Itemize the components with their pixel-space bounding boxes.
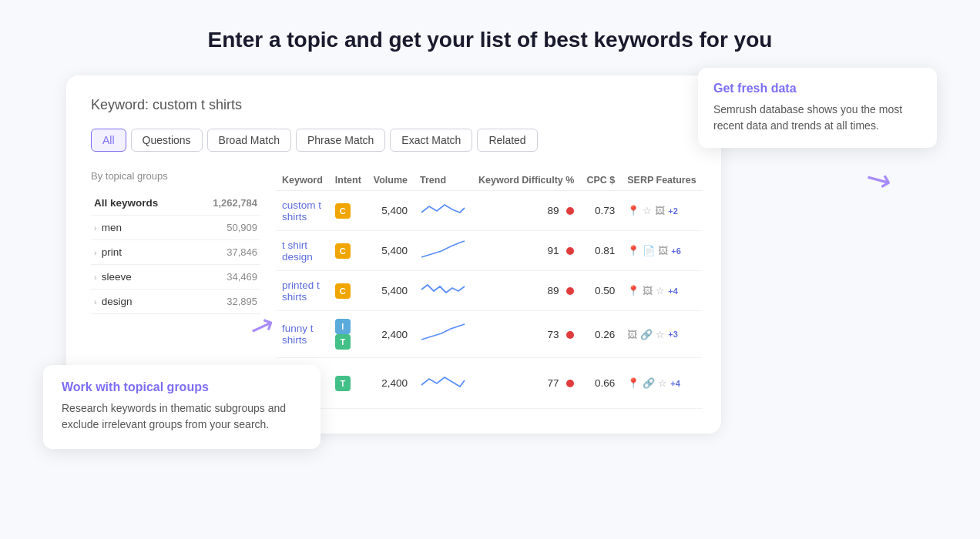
- col-keyword: Keyword: [276, 170, 329, 191]
- col-difficulty: Keyword Difficulty %: [472, 170, 580, 191]
- diff-cell: 73: [472, 311, 580, 358]
- badge-c: C: [335, 203, 351, 219]
- trend-cell: [414, 311, 472, 358]
- tab-exact-match[interactable]: Exact Match: [390, 129, 472, 152]
- sidebar-men-count: 50,909: [227, 222, 257, 233]
- badge-t: T: [335, 376, 351, 391]
- page-title: Enter a topic and get your list of best …: [0, 0, 980, 75]
- image-icon: 🖼: [655, 205, 665, 216]
- difficulty-dot: [566, 331, 574, 339]
- intent-cell: C: [329, 191, 368, 231]
- link-icon: 🔗: [640, 329, 653, 340]
- intent-cell: C: [329, 271, 368, 311]
- trend-chart-icon: [420, 199, 466, 220]
- sidebar-item-design[interactable]: › design 32,895: [91, 290, 260, 314]
- keyword-link[interactable]: t shirt design: [282, 239, 313, 263]
- cpc-cell: 0.26: [580, 311, 621, 358]
- diff-cell: 89: [472, 271, 580, 311]
- kw-cell: custom t shirts: [276, 191, 329, 231]
- star-icon: ☆: [658, 377, 667, 389]
- trend-chart-icon: [420, 323, 466, 344]
- kw-cell: funny t shirts: [276, 311, 329, 358]
- sidebar-sleeve-count: 34,469: [227, 271, 257, 283]
- serp-cell: 📍 🔗 ☆ +4: [621, 358, 702, 409]
- trend-chart-icon: [420, 371, 466, 393]
- chevron-icon: ›: [94, 297, 97, 306]
- col-cpc: CPC $: [580, 170, 621, 191]
- serp-plus: +4: [668, 286, 678, 296]
- sidebar-item-men[interactable]: › men 50,909: [91, 216, 260, 240]
- star-icon: ☆: [656, 285, 665, 296]
- serp-cell: 📍 ☆ 🖼 +2: [621, 191, 702, 231]
- volume-cell: 5,400: [368, 231, 414, 271]
- sidebar-all-label: All keywords: [94, 197, 158, 209]
- difficulty-dot: [566, 247, 574, 255]
- sidebar-item-sleeve[interactable]: › sleeve 34,469: [91, 265, 260, 290]
- keyword-link[interactable]: funny t shirts: [282, 323, 314, 346]
- cpc-cell: 0.50: [580, 271, 621, 311]
- sidebar-design-count: 32,895: [227, 296, 257, 307]
- keyword-table: Keyword Intent Volume Trend Keyword Diff…: [276, 170, 703, 409]
- badge-t: T: [335, 334, 351, 350]
- kw-cell: t shirt design: [276, 231, 329, 271]
- callout-fresh-title: Get fresh data: [713, 82, 921, 95]
- serp-plus: +6: [671, 246, 681, 256]
- sidebar-all-count: 1,262,784: [213, 197, 257, 209]
- serp-cell: 🖼 🔗 ☆ +3: [621, 311, 702, 358]
- intent-cell: C: [329, 231, 368, 271]
- tab-broad-match[interactable]: Broad Match: [207, 129, 291, 152]
- col-serp: SERP Features: [621, 170, 702, 191]
- cpc-cell: 0.66: [580, 358, 621, 409]
- callout-topical: ↗ Work with topical groups Research keyw…: [43, 365, 321, 449]
- callout-fresh: Get fresh data Semrush database shows yo…: [698, 68, 937, 148]
- tab-related[interactable]: Related: [477, 129, 537, 152]
- location-icon: 📍: [627, 285, 639, 296]
- serp-cell: 📍 📄 🖼 +6: [621, 231, 702, 271]
- table-row: t shirt printing near me T 2,400 77 0.66: [276, 358, 703, 409]
- trend-cell: [414, 231, 472, 271]
- sidebar-item-print[interactable]: › print 37,846: [91, 240, 260, 265]
- sidebar-sleeve-label: sleeve: [102, 271, 132, 283]
- intent-cell: I T: [329, 311, 368, 358]
- serp-cell: 📍 🖼 ☆ +4: [621, 271, 702, 311]
- volume-cell: 2,400: [368, 358, 414, 409]
- sidebar-design-label: design: [102, 296, 133, 307]
- location-icon: 📍: [627, 205, 639, 216]
- table-row: printed t shirts C 5,400 89 0.50: [276, 271, 703, 311]
- tab-questions[interactable]: Questions: [131, 129, 203, 152]
- diff-cell: 77: [472, 358, 580, 409]
- sidebar-title: By topical groups: [91, 170, 260, 182]
- badge-i: I: [335, 319, 351, 334]
- tab-all[interactable]: All: [91, 129, 126, 152]
- sidebar-print-count: 37,846: [227, 246, 257, 258]
- serp-plus: +2: [668, 206, 678, 216]
- callout-topical-text: Research keywords in thematic subgroups …: [62, 400, 302, 434]
- keyword-link[interactable]: custom t shirts: [282, 199, 321, 223]
- location-icon: 📍: [627, 245, 639, 256]
- kw-cell: printed t shirts: [276, 271, 329, 311]
- image-icon: 🖼: [627, 329, 637, 340]
- arrow-fresh-icon: ↙: [858, 159, 896, 199]
- keyword-label: Keyword:: [91, 97, 149, 112]
- table-row: funny t shirts I T 2,400 73: [276, 311, 703, 358]
- trend-chart-icon: [420, 279, 466, 300]
- table-row: t shirt design C 5,400 91 0.81: [276, 231, 703, 271]
- callout-fresh-text: Semrush database shows you the most rece…: [713, 102, 921, 134]
- keyword-header: Keyword: custom t shirts: [91, 97, 696, 113]
- difficulty-dot: [566, 380, 574, 387]
- sidebar-print-label: print: [102, 246, 122, 258]
- sidebar-item-all-keywords[interactable]: All keywords 1,262,784: [91, 191, 260, 216]
- keyword-link[interactable]: printed t shirts: [282, 280, 320, 303]
- difficulty-dot: [566, 207, 574, 215]
- serp-plus: +4: [670, 379, 680, 388]
- tab-bar: All Questions Broad Match Phrase Match E…: [91, 129, 696, 152]
- star-icon: ☆: [643, 205, 652, 216]
- image-icon: 🖼: [658, 245, 668, 256]
- trend-cell: [414, 358, 472, 409]
- badge-c: C: [335, 243, 351, 259]
- trend-cell: [414, 271, 472, 311]
- volume-cell: 5,400: [368, 191, 414, 231]
- chevron-icon: ›: [94, 223, 97, 233]
- tab-phrase-match[interactable]: Phrase Match: [296, 129, 385, 152]
- badge-c: C: [335, 283, 351, 299]
